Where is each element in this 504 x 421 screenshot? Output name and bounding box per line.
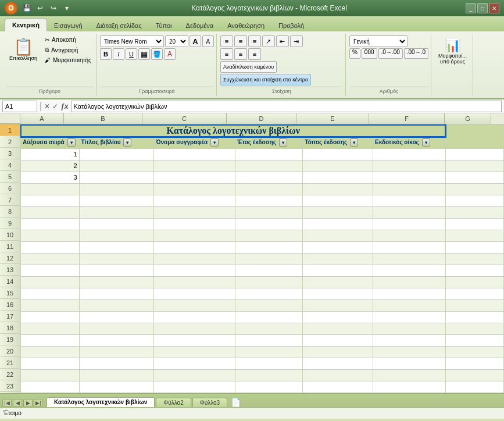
cell-b19[interactable] bbox=[79, 334, 154, 346]
cell-g12[interactable] bbox=[445, 253, 503, 265]
cell-e10[interactable] bbox=[303, 230, 373, 241]
row-header-23[interactable]: 23 bbox=[0, 380, 20, 392]
cell-f12[interactable] bbox=[373, 253, 445, 265]
row-header-13[interactable]: 13 bbox=[0, 264, 20, 276]
cell-e18[interactable] bbox=[303, 323, 373, 334]
indent-increase-button[interactable]: ⇥ bbox=[290, 35, 303, 47]
cell-a10[interactable] bbox=[21, 230, 79, 241]
cell-a12[interactable] bbox=[21, 253, 79, 265]
autofilter-f2[interactable]: ▾ bbox=[422, 138, 430, 147]
cell-d10[interactable] bbox=[235, 230, 302, 241]
indent-decrease-button[interactable]: ⇤ bbox=[276, 35, 289, 47]
decrease-font-button[interactable]: A bbox=[202, 35, 214, 47]
cell-g7[interactable] bbox=[445, 195, 503, 206]
cell-a22[interactable] bbox=[21, 369, 79, 381]
cell-d21[interactable] bbox=[235, 358, 302, 369]
cell-f19[interactable] bbox=[373, 334, 445, 346]
cell-g10[interactable] bbox=[445, 230, 503, 241]
cell-c12[interactable] bbox=[154, 253, 235, 265]
font-name-select[interactable]: Times New Rom bbox=[100, 35, 164, 47]
cell-f4[interactable] bbox=[373, 160, 445, 172]
decrease-decimal-button[interactable]: .00→.0 bbox=[404, 48, 428, 59]
cell-f20[interactable] bbox=[373, 346, 445, 358]
cell-f17[interactable] bbox=[373, 311, 445, 323]
next-sheet-button[interactable]: ▶ bbox=[23, 399, 33, 407]
underline-button[interactable]: U bbox=[126, 48, 137, 60]
align-top-right-button[interactable]: ≡ bbox=[248, 35, 261, 47]
cell-d22[interactable] bbox=[235, 369, 302, 381]
cell-c19[interactable] bbox=[154, 334, 235, 346]
cell-f6[interactable] bbox=[373, 183, 445, 195]
cell-f14[interactable] bbox=[373, 276, 445, 288]
cell-c13[interactable] bbox=[154, 265, 235, 276]
cell-e20[interactable] bbox=[303, 346, 373, 358]
cell-e21[interactable] bbox=[303, 358, 373, 369]
cell-b17[interactable] bbox=[79, 311, 154, 323]
cell-b23[interactable] bbox=[79, 381, 154, 393]
cell-b14[interactable] bbox=[79, 276, 154, 288]
cell-f2[interactable]: Εκδοτικός οίκος ▾ bbox=[373, 137, 445, 148]
cell-d7[interactable] bbox=[235, 195, 302, 206]
cell-a4[interactable]: 2 bbox=[21, 160, 79, 172]
cell-g13[interactable] bbox=[445, 265, 503, 276]
redo-button[interactable]: ↪ bbox=[48, 2, 59, 14]
cell-b22[interactable] bbox=[79, 369, 154, 381]
cell-e9[interactable] bbox=[303, 218, 373, 230]
cell-b16[interactable] bbox=[79, 299, 154, 311]
cell-a1[interactable]: Κατάλογος λογοτεχνικών βιβλίων bbox=[21, 125, 445, 137]
cell-e22[interactable] bbox=[303, 369, 373, 381]
cut-button[interactable]: ✂ Αποκοπή bbox=[42, 35, 94, 44]
cell-c21[interactable] bbox=[154, 358, 235, 369]
font-color-button[interactable]: A bbox=[164, 48, 176, 60]
row-header-18[interactable]: 18 bbox=[0, 322, 20, 334]
cancel-formula-icon[interactable]: ✕ bbox=[44, 102, 50, 110]
cell-e12[interactable] bbox=[303, 253, 373, 265]
cell-d11[interactable] bbox=[235, 241, 302, 253]
align-top-center-button[interactable]: ≡ bbox=[234, 35, 247, 47]
row-header-6[interactable]: 6 bbox=[0, 183, 20, 194]
autofilter-b2[interactable]: ▾ bbox=[123, 138, 131, 147]
cell-b11[interactable] bbox=[79, 241, 154, 253]
cell-b15[interactable] bbox=[79, 288, 154, 299]
cell-e5[interactable] bbox=[303, 172, 373, 183]
cell-a3[interactable]: 1 bbox=[21, 148, 79, 160]
cell-e3[interactable] bbox=[303, 148, 373, 160]
cell-e4[interactable] bbox=[303, 160, 373, 172]
cell-e13[interactable] bbox=[303, 265, 373, 276]
cell-b7[interactable] bbox=[79, 195, 154, 206]
tab-review[interactable]: Αναθεώρηση bbox=[220, 20, 271, 31]
cell-g19[interactable] bbox=[445, 334, 503, 346]
cell-d15[interactable] bbox=[235, 288, 302, 299]
sheet-tab-catalog[interactable]: Κατάλογος λογοτεχνικών βιβλίων bbox=[47, 397, 155, 407]
cell-a19[interactable] bbox=[21, 334, 79, 346]
cell-e16[interactable] bbox=[303, 299, 373, 311]
cell-d6[interactable] bbox=[235, 183, 302, 195]
row-header-17[interactable]: 17 bbox=[0, 311, 20, 322]
cell-e23[interactable] bbox=[303, 381, 373, 393]
cell-f23[interactable] bbox=[373, 381, 445, 393]
cell-g15[interactable] bbox=[445, 288, 503, 299]
cell-g8[interactable] bbox=[445, 206, 503, 218]
cell-d8[interactable] bbox=[235, 206, 302, 218]
confirm-formula-icon[interactable]: ✓ bbox=[52, 102, 58, 110]
tab-insert[interactable]: Εισαγωγή bbox=[47, 20, 90, 31]
maximize-button[interactable]: □ bbox=[477, 3, 488, 13]
cell-d5[interactable] bbox=[235, 172, 302, 183]
cell-g4[interactable] bbox=[445, 160, 503, 172]
cells-area[interactable]: Κατάλογος λογοτεχνικών βιβλίων Αύξουσα σ… bbox=[20, 124, 504, 393]
row-header-10[interactable]: 10 bbox=[0, 229, 20, 241]
cell-a21[interactable] bbox=[21, 358, 79, 369]
autofilter-d2[interactable]: ▾ bbox=[279, 138, 287, 147]
cell-f15[interactable] bbox=[373, 288, 445, 299]
cell-c6[interactable] bbox=[154, 183, 235, 195]
cell-b10[interactable] bbox=[79, 230, 154, 241]
cell-f8[interactable] bbox=[373, 206, 445, 218]
cell-c16[interactable] bbox=[154, 299, 235, 311]
cell-a13[interactable] bbox=[21, 265, 79, 276]
row-header-4[interactable]: 4 bbox=[0, 159, 20, 171]
cell-e7[interactable] bbox=[303, 195, 373, 206]
cell-g22[interactable] bbox=[445, 369, 503, 381]
cell-f22[interactable] bbox=[373, 369, 445, 381]
conditional-format-button[interactable]: 📊 Μορφοποί...υπό όρους bbox=[435, 35, 470, 67]
number-format-select[interactable]: Γενική bbox=[349, 35, 408, 47]
